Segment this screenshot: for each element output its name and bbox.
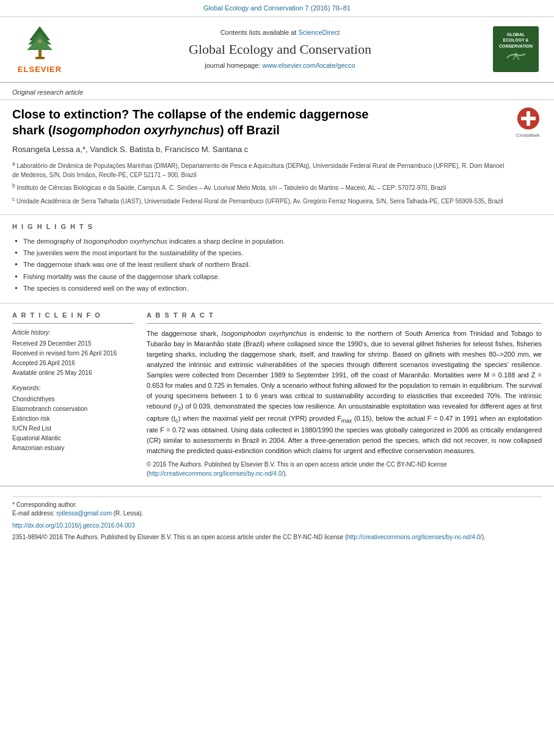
sciencedirect-line: Contents lists available at ScienceDirec… <box>73 28 487 37</box>
elsevier-wordmark: ELSEVIER <box>18 64 62 75</box>
crossmark[interactable]: CrossMark <box>514 106 542 139</box>
article-info-title: A R T I C L E I N F O <box>12 311 134 323</box>
elsevier-tree-icon <box>17 23 63 63</box>
gecco-logo-container: GLOBAL ECOLOGY & CONSERVATION <box>493 26 542 72</box>
affiliations: a Laboratório de Dinâmica de Populações … <box>12 160 508 206</box>
footer-section: * Corresponding author. E-mail address: … <box>0 486 554 548</box>
affiliation-b: b Instituto de Ciências Biológicas e da … <box>12 182 508 192</box>
highlights-list: The demography of Isogomphodon oxyrhynch… <box>12 237 542 294</box>
article-info-col: A R T I C L E I N F O Article history: R… <box>12 311 134 478</box>
abstract-title: A B S T R A C T <box>147 311 542 323</box>
top-bar: Global Ecology and Conservation 7 (2016)… <box>0 0 554 17</box>
corresponding-note: * Corresponding author. E-mail address: … <box>12 501 542 518</box>
abstract-col: A B S T R A C T The daggernose shark, Is… <box>147 311 542 478</box>
highlight-item-2: The juveniles were the most important fo… <box>15 249 542 258</box>
highlight-item-3: The daggernose shark was one of the leas… <box>15 260 542 269</box>
highlight-item-4: Fishing mortality was the cause of the d… <box>15 272 542 282</box>
svg-point-5 <box>38 40 42 43</box>
journal-title: Global Ecology and Conservation <box>73 40 487 59</box>
gecco-logo-text: GLOBAL ECOLOGY & CONSERVATION <box>499 32 533 48</box>
copyright-text: © 2016 The Authors. Published by Elsevie… <box>147 460 542 478</box>
issn-line: 2351-9894/© 2016 The Authors. Published … <box>12 532 542 542</box>
highlights-title: H I G H L I G H T S <box>12 222 542 231</box>
article-authors: Rosangela Lessa a,*, Vandick S. Batista … <box>12 144 508 155</box>
article-type: Original research article <box>0 83 554 100</box>
author-email-link[interactable]: rptlessa@gmail.com <box>56 510 112 517</box>
sciencedirect-link[interactable]: ScienceDirect <box>298 29 340 36</box>
article-title: Close to extinction? The collapse of the… <box>12 106 508 138</box>
svg-rect-10 <box>527 111 530 126</box>
crossmark-label: CrossMark <box>516 132 540 139</box>
crossmark-icon <box>516 106 541 131</box>
gecco-logo: GLOBAL ECOLOGY & CONSERVATION <box>493 26 539 72</box>
two-column-section: A R T I C L E I N F O Article history: R… <box>0 303 554 486</box>
keywords-list: Chondrichthyes Elasmobranch conservation… <box>12 394 134 453</box>
abstract-text: The daggernose shark, Isogomphodon oxyrh… <box>147 329 542 456</box>
keywords-title: Keywords: <box>12 384 134 393</box>
doi-link[interactable]: http://dx.doi.org/10.1016/j.gecco.2016.0… <box>12 522 542 530</box>
history-title: Article history: <box>12 329 134 337</box>
journal-center-info: Contents lists available at ScienceDirec… <box>73 28 487 71</box>
highlights-section: H I G H L I G H T S The demography of Is… <box>0 215 554 303</box>
journal-homepage-link[interactable]: www.elsevier.com/locate/gecco <box>262 62 355 69</box>
gecco-lizard-icon <box>504 49 528 67</box>
highlight-item-1: The demography of Isogomphodon oxyrhynch… <box>15 237 542 246</box>
top-bar-text: Global Ecology and Conservation 7 (2016)… <box>203 4 351 12</box>
elsevier-logo: ELSEVIER <box>12 23 67 75</box>
affiliation-a: a Laboratório de Dinâmica de Populações … <box>12 160 508 180</box>
footer-license-link[interactable]: http://creativecommons.org/licenses/by-n… <box>347 534 482 540</box>
info-dates: Received 29 December 2015 Received in re… <box>12 339 134 378</box>
footer-divider <box>12 496 542 497</box>
svg-point-7 <box>515 54 516 55</box>
journal-homepage: journal homepage: www.elsevier.com/locat… <box>73 61 487 70</box>
cc-license-link[interactable]: http://creativecommons.org/licenses/by-n… <box>148 470 283 477</box>
keywords-section: Keywords: Chondrichthyes Elasmobranch co… <box>12 384 134 453</box>
article-history: Article history: Received 29 December 20… <box>12 329 134 378</box>
article-title-block: Close to extinction? The collapse of the… <box>12 106 508 208</box>
journal-header: ELSEVIER Contents lists available at Sci… <box>0 17 554 82</box>
article-main-header: Close to extinction? The collapse of the… <box>0 100 554 215</box>
highlight-item-5: The species is considered well on the wa… <box>15 284 542 293</box>
affiliation-c: c Unidade Acadêmica de Serra Talhada (UA… <box>12 195 508 206</box>
